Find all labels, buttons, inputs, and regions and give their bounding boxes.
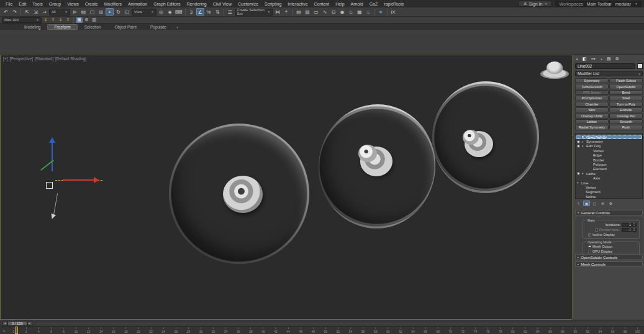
workspaces-dropdown[interactable]: Workspaces Main Toolbar modular ▼	[555, 1, 642, 7]
make-unique-icon[interactable]: ▢	[591, 201, 598, 206]
import-preset-icon[interactable]: ⇓	[42, 17, 49, 23]
modifier-visibility-icon[interactable]	[577, 140, 580, 143]
modifier-button-bend[interactable]: Bend	[609, 90, 643, 95]
toggle-layer-explorer-icon[interactable]: ▥	[304, 8, 312, 16]
gizmo-z-axis[interactable]	[52, 143, 53, 171]
object-color-swatch[interactable]	[637, 63, 643, 69]
modifier-button-lattice[interactable]: Lattice	[575, 119, 609, 124]
selection-filter-dropdown[interactable]: All▼	[49, 9, 70, 16]
menu-item-scripting[interactable]: Scripting	[261, 2, 284, 6]
pin-stack-icon[interactable]: ∖	[575, 201, 582, 206]
ribbon-tab-freeform[interactable]: Freeform	[47, 24, 77, 30]
menu-item-graph-editors[interactable]: Graph Editors	[150, 2, 183, 6]
iterations-spinner[interactable]: 1 ▲▼	[622, 223, 637, 227]
rollout-general-controls[interactable]: ▾ General Controls	[575, 210, 643, 215]
grid-tool-icon[interactable]: ▦	[76, 17, 83, 23]
save-tool-icon[interactable]: ⇑	[65, 17, 71, 23]
menu-item-customize[interactable]: Customize	[235, 2, 261, 6]
select-and-scale-icon[interactable]: ◱	[123, 8, 131, 16]
configure-modifier-sets-icon[interactable]: ⚙	[607, 201, 614, 206]
menu-item-help[interactable]: Help	[332, 2, 347, 6]
viewport-label-segment-3[interactable]: [Default Shading]	[55, 56, 86, 61]
array-tool-icon[interactable]: ▥	[91, 17, 98, 23]
stack-item-vertex[interactable]: Vertex	[576, 185, 642, 189]
gizmo-x-axis[interactable]	[63, 179, 94, 181]
stack-item-symmetry[interactable]: ▸Symmetry	[576, 139, 642, 143]
angle-snap-toggle-icon[interactable]: ∠	[196, 8, 204, 16]
current-frame-marker[interactable]	[15, 327, 18, 334]
menu-item-interactive[interactable]: Interactive	[284, 2, 311, 6]
undo-icon[interactable]: ↶	[2, 8, 10, 16]
stack-item-spline[interactable]: Spline	[576, 194, 642, 199]
menu-item-arnold[interactable]: Arnold	[348, 2, 366, 6]
spinner-snap-toggle-icon[interactable]: ⇅	[214, 8, 222, 16]
stack-item-border[interactable]: Border	[576, 158, 642, 162]
rollout-mesh-controls[interactable]: ▸ Mesh Controls	[575, 261, 643, 267]
select-object-icon[interactable]: ⊳	[71, 8, 79, 16]
toggle-ribbon-icon[interactable]: ▭	[312, 8, 320, 16]
modifier-button-push[interactable]: Push	[609, 125, 643, 130]
select-and-rotate-icon[interactable]: ↻	[114, 8, 122, 16]
modifier-button-prooptimizer[interactable]: ProOptimizer	[575, 96, 609, 101]
select-and-manipulate-icon[interactable]: ◈	[166, 8, 174, 16]
menu-item-rendering[interactable]: Rendering	[183, 2, 209, 6]
select-and-move-icon[interactable]: +	[106, 8, 114, 16]
align-icon[interactable]: ⌖	[283, 8, 291, 16]
stack-expand-icon[interactable]: ▾	[582, 145, 586, 148]
stack-expand-icon[interactable]: ▾	[582, 172, 586, 175]
wheel-hub-left[interactable]	[223, 176, 263, 213]
stack-item-edit-poly[interactable]: ▾Edit Poly	[576, 144, 642, 148]
menu-item-animation[interactable]: Animation	[125, 2, 150, 6]
modifier-visibility-icon[interactable]	[581, 135, 584, 138]
object-name-field[interactable]: Line002	[575, 63, 635, 69]
menu-item-views[interactable]: Views	[64, 2, 82, 6]
snaps-toggle-3d-icon[interactable]: 3	[188, 8, 196, 16]
toggle-scene-explorer-icon[interactable]: ▤	[295, 8, 303, 16]
menu-item-rapidtools[interactable]: rapidTools	[381, 2, 407, 6]
modifier-button-radial-symmetry[interactable]: Radial Symmetry	[575, 125, 609, 130]
menu-item-civil-view[interactable]: Civil View	[210, 2, 235, 6]
modifier-button-symmetry[interactable]: Symmetry	[575, 78, 609, 83]
use-pivot-point-center-icon[interactable]: ◎	[157, 8, 165, 16]
render-production-icon[interactable]: ♨	[365, 8, 373, 16]
stack-item-opensubdiv[interactable]: OpenSubdiv	[576, 135, 642, 139]
time-slider-track[interactable]	[36, 323, 640, 323]
load-tool-icon[interactable]: ⇓	[57, 17, 64, 23]
select-and-link-icon[interactable]: ⇱	[23, 8, 31, 16]
reference-coordinate-dropdown[interactable]: View▼	[132, 9, 156, 16]
ribbon-tab-object-paint[interactable]: Object Paint	[108, 24, 143, 30]
track-bar[interactable]: ∿ 02468101214161820222426283032343638404…	[0, 326, 644, 334]
modifier-button-shell[interactable]: Shell	[609, 96, 643, 101]
time-slider[interactable]: ◄ 0 / 100 ►	[2, 321, 32, 326]
hierarchy-tab[interactable]: ⊶	[591, 56, 596, 61]
modifier-button-skin[interactable]: Skin	[575, 107, 609, 112]
stack-item-line[interactable]: ▾Line	[576, 181, 642, 185]
modifier-button-smooth[interactable]: Smooth	[609, 119, 643, 124]
stack-expand-icon[interactable]: ▸	[582, 140, 586, 143]
utilities-tab[interactable]: ⚙	[615, 56, 619, 61]
modifier-button-patch-select[interactable]: Patch Select	[609, 78, 643, 83]
gizmo-z-axis-arrowhead[interactable]	[49, 137, 55, 143]
time-slider-handle[interactable]: 0 / 100	[7, 321, 27, 326]
keyboard-shortcut-override-icon[interactable]: ⌨	[175, 8, 183, 16]
spinner-arrows-icon[interactable]: ▲▼	[632, 223, 636, 227]
radio-mesh-output[interactable]	[588, 245, 591, 248]
menu-item-create[interactable]: Create	[82, 2, 101, 6]
schematic-view-icon[interactable]: ⊟	[330, 8, 338, 16]
modifier-visibility-icon[interactable]	[577, 172, 580, 175]
stack-item-edge[interactable]: Edge	[576, 153, 642, 158]
mini-curve-editor-icon[interactable]: ∿	[1, 328, 7, 333]
ribbon-tab-populate[interactable]: Populate	[143, 24, 173, 30]
modifier-button-turbosmooth[interactable]: TurboSmooth	[575, 84, 609, 89]
modifier-button-unwrap-uvw[interactable]: Unwrap UVW	[575, 113, 609, 118]
rendered-frame-window-icon[interactable]: ▦	[356, 8, 364, 16]
ribbon-config-icon[interactable]: ▾	[177, 25, 179, 29]
viewport-label-segment-2[interactable]: [Standard]	[35, 56, 53, 61]
menu-item-file[interactable]: File	[2, 2, 16, 6]
create-tab[interactable]: +	[576, 57, 578, 61]
wheel-hubcap-middle[interactable]	[358, 145, 377, 162]
remove-modifier-icon[interactable]: ⊘	[599, 201, 606, 206]
stack-item-segment[interactable]: Segment	[576, 190, 642, 194]
modifier-button-turn-to-poly[interactable]: Turn to Poly	[609, 102, 643, 107]
menu-item-group[interactable]: Group	[46, 2, 64, 6]
